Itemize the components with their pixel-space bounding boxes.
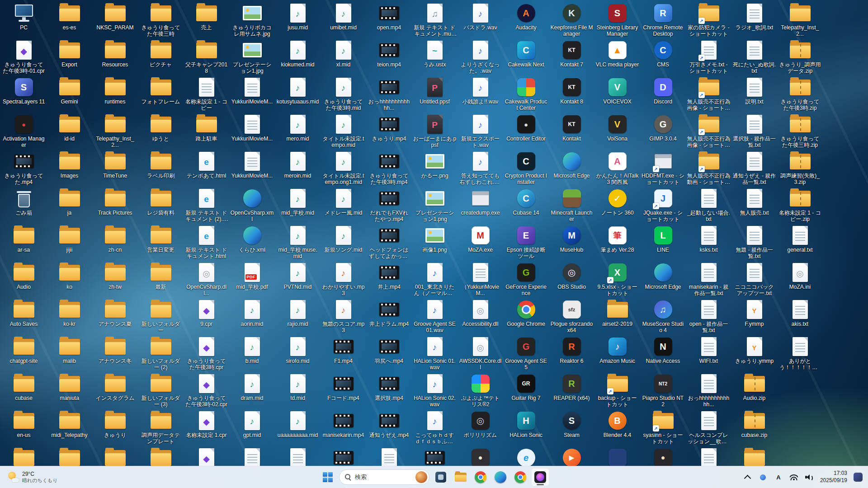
- desktop-icon[interactable]: ♪kiokumed.mid: [275, 38, 321, 75]
- desktop-icon[interactable]: ◎AWSSDK.Core.dll: [458, 335, 503, 372]
- desktop-icon[interactable]: ヘッドフォンはずしてよかった.mp4: [366, 224, 412, 261]
- desktop-icon[interactable]: GRGuitar Rig 7: [503, 372, 549, 409]
- desktop-icon[interactable]: ♫新規 テキスト ドキュメント.musicxml: [412, 1, 458, 38]
- desktop-icon[interactable]: runtimes: [92, 75, 138, 113]
- desktop-icon[interactable]: Cakewalk Product Center: [503, 75, 549, 113]
- desktop-icon[interactable]: おっhhhhhhhhhhhh...: [686, 372, 731, 409]
- desktop-icon[interactable]: SSpectraLayers 11: [1, 75, 47, 113]
- desktop-icon[interactable]: ◆: [184, 446, 229, 466]
- desktop-icon[interactable]: e新規 テキスト ドキュメント (2).html: [184, 187, 229, 224]
- desktop-icon[interactable]: ♪きゅうり食ってた午後3時.mid: [321, 75, 366, 113]
- desktop-icon[interactable]: Telepathy_Inst_2...: [777, 1, 823, 38]
- desktop-icon[interactable]: ♪jusu.mid: [275, 1, 321, 38]
- desktop-icon[interactable]: YukkuriMovieM...: [229, 75, 275, 113]
- desktop-icon[interactable]: ↗無人販売不正行為画像 - ショートカット: [686, 113, 731, 150]
- desktop-icon[interactable]: KTKontakt 8: [549, 75, 594, 113]
- desktop-icon[interactable]: Export: [47, 38, 92, 75]
- taskbar-app-file-explorer[interactable]: [452, 468, 470, 486]
- desktop-icon[interactable]: ▲VLC media player: [594, 38, 640, 75]
- desktop-icon[interactable]: ♪mid_学校 muse.mid: [275, 224, 321, 261]
- desktop-icon[interactable]: [1, 446, 47, 466]
- desktop-icon[interactable]: CCubase 14: [503, 187, 549, 224]
- desktop-icon[interactable]: くらひ.xml: [229, 224, 275, 261]
- desktop-icon[interactable]: プレゼンテーション1.jpg: [229, 38, 275, 75]
- desktop-icon[interactable]: HHALion Sonic: [503, 409, 549, 446]
- taskbar-app-purple-app[interactable]: [531, 468, 549, 486]
- desktop-icon[interactable]: 名称未設定 1 - コピー.zip: [777, 187, 823, 224]
- desktop-icon[interactable]: ♪Groove Agent SE 01.wav: [412, 298, 458, 335]
- desktop-icon[interactable]: 調声用データテンプレート: [138, 409, 184, 446]
- desktop-icon[interactable]: きゅうりボカコレ用サムネ.jpg: [229, 1, 275, 38]
- desktop-icon[interactable]: ◎OBS Studio: [549, 261, 594, 298]
- desktop-icon[interactable]: open - 親作品一覧.txt: [686, 298, 731, 335]
- desktop-icon[interactable]: PUntitled.ppsf: [412, 75, 458, 113]
- desktop-icon[interactable]: DDiscord: [640, 75, 686, 113]
- desktop-icon[interactable]: きゅうり食ってた.mp4: [1, 150, 47, 187]
- desktop-icon[interactable]: X↗9.5.xlsx - ショートカット: [594, 261, 640, 298]
- desktop-icon[interactable]: ♪タイトル未設定.tempo.ong1.mid: [321, 150, 366, 187]
- desktop-icon[interactable]: Telepathy_Inst_2...: [92, 113, 138, 150]
- desktop-icon[interactable]: ◆きゅうり食ってた午後3時.cpr: [184, 335, 229, 372]
- desktop-icon[interactable]: ◆きゅうり食ってた午後3時-02.cpr: [184, 372, 229, 409]
- desktop-icon[interactable]: KTKontakt: [549, 113, 594, 150]
- desktop-icon[interactable]: だれでもFXVれたやつ.mp4: [366, 187, 412, 224]
- desktop-icon[interactable]: teion.mp4: [366, 38, 412, 75]
- desktop-icon[interactable]: ↗無人販売不正行為画像 - ショートカッ...: [686, 75, 731, 113]
- desktop-icon[interactable]: ありがとう！！！！！！.txt: [777, 335, 823, 372]
- desktop-icon[interactable]: 画像1.png: [412, 224, 458, 261]
- desktop-icon[interactable]: id-id: [47, 113, 92, 150]
- desktop-icon[interactable]: Audio.zip: [731, 372, 777, 409]
- desktop-icon[interactable]: 通知うぜえ.mp4: [366, 409, 412, 446]
- taskbar-app-edge[interactable]: [491, 468, 509, 486]
- desktop-icon[interactable]: ●Activation Manager: [1, 113, 47, 150]
- desktop-icon[interactable]: 路上駐車: [184, 113, 229, 150]
- desktop-icon[interactable]: ♪こってゅｈｄすｄｆｄｓｂふぁ.wav: [412, 409, 458, 446]
- desktop-icon[interactable]: createdump.exe: [458, 187, 503, 224]
- desktop-icon[interactable]: [594, 446, 640, 466]
- desktop-icon[interactable]: RChrome Remote Desktop: [640, 1, 686, 38]
- desktop-icon[interactable]: zh-tw: [92, 261, 138, 298]
- desktop-icon[interactable]: _起動しない場合.txt: [686, 187, 731, 224]
- desktop-icon[interactable]: [229, 446, 275, 466]
- desktop-icon[interactable]: 最新: [138, 261, 184, 298]
- desktop-icon[interactable]: 死にたい_ぬ歌詞.txt: [731, 38, 777, 75]
- desktop-icon[interactable]: 選択肢.mp4: [366, 372, 412, 409]
- desktop-icon[interactable]: ♪xl.mid: [321, 38, 366, 75]
- desktop-icon[interactable]: 無人販売.txt: [731, 187, 777, 224]
- desktop-icon[interactable]: ♪001_東北きりたん（ノーマル）_今じゃ...: [412, 261, 458, 298]
- desktop-icon[interactable]: J↗JQuake.exe - ショートカット: [640, 187, 686, 224]
- desktop-icon[interactable]: Microsoft Edge: [549, 150, 594, 187]
- desktop-icon[interactable]: ♪Amazon Music: [594, 335, 640, 372]
- tray-app-icon[interactable]: [756, 469, 770, 485]
- desktop-icon[interactable]: ラジオ_歌詞.txt: [731, 1, 777, 38]
- desktop-icon[interactable]: ♪umibet.mid: [321, 1, 366, 38]
- desktop-icon[interactable]: ♪kotusytuaaus.mid: [275, 75, 321, 113]
- desktop-icon[interactable]: ♪小銭誰よ!!.wav: [458, 75, 503, 113]
- desktop-icon[interactable]: （YukkuriMovieM...: [458, 261, 503, 298]
- desktop-icon[interactable]: akis.txt: [777, 298, 823, 335]
- taskbar-app-chrome-2[interactable]: [511, 468, 529, 486]
- desktop-icon[interactable]: manisekarin.mp4: [321, 409, 366, 446]
- desktop-icon[interactable]: ♪PVTNd.mid: [275, 261, 321, 298]
- desktop-icon[interactable]: アナウンス夏: [92, 298, 138, 335]
- desktop-icon[interactable]: OpenCvSharp.xml: [229, 187, 275, 224]
- desktop-icon[interactable]: ぷよぷよ™テトリス®2: [458, 372, 503, 409]
- desktop-icon[interactable]: きゅうり食ってた午後3時.mp4: [366, 150, 412, 187]
- desktop-icon[interactable]: NNative Access: [640, 335, 686, 372]
- desktop-icon[interactable]: RREAPER (x64): [549, 372, 594, 409]
- desktop-icon[interactable]: ◎ポリリリズム: [458, 409, 503, 446]
- desktop-icon[interactable]: ピクチャ: [138, 38, 184, 75]
- desktop-icon[interactable]: LLINE: [640, 224, 686, 261]
- desktop-icon[interactable]: [731, 446, 777, 466]
- desktop-icon[interactable]: cubase: [1, 372, 47, 409]
- desktop-icon[interactable]: jijii: [47, 224, 92, 261]
- desktop-icon[interactable]: インスタグラム: [92, 372, 138, 409]
- desktop-icon[interactable]: きゅうり食ってた午後三時: [138, 1, 184, 38]
- desktop-icon[interactable]: Pおーばーまにあ.ppsf: [412, 113, 458, 150]
- desktop-icon[interactable]: ♪わかりやすい.mp3: [321, 261, 366, 298]
- desktop-icon[interactable]: 選択肢 - 親作品一覧.txt: [731, 113, 777, 150]
- desktop-icon[interactable]: 父子キャンプ2018: [184, 38, 229, 75]
- desktop-icon[interactable]: Minecraft Launcher: [549, 187, 594, 224]
- desktop-icon[interactable]: KKeepforest File Manager: [549, 1, 594, 38]
- desktop-icon[interactable]: [47, 446, 92, 466]
